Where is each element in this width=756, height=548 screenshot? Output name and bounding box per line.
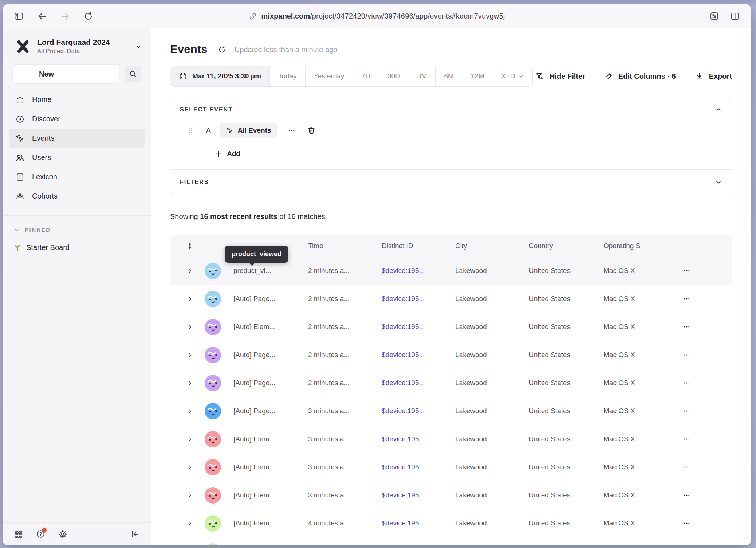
date-picker[interactable]: Mar 11, 2025 3:30 pm bbox=[170, 66, 269, 86]
add-event-button[interactable]: Add bbox=[215, 150, 240, 158]
table-row[interactable]: [Auto] Elem...2 minutes a...$device:195.… bbox=[170, 313, 732, 341]
expand-filters-button[interactable] bbox=[715, 179, 722, 186]
expand-row-button[interactable] bbox=[187, 520, 193, 527]
table-row[interactable] bbox=[170, 537, 732, 545]
range-preset-yesterday[interactable]: Yesterday bbox=[305, 66, 353, 86]
expand-row-button[interactable] bbox=[187, 324, 193, 330]
row-menu-button[interactable] bbox=[671, 407, 690, 415]
edit-columns-button[interactable]: Edit Columns · 6 bbox=[604, 72, 676, 81]
row-menu-button[interactable] bbox=[671, 267, 690, 274]
expand-row-button[interactable] bbox=[187, 492, 193, 498]
table-row[interactable]: [Auto] Elem...3 minutes a...$device:195.… bbox=[170, 481, 732, 509]
row-menu-button[interactable] bbox=[671, 295, 690, 302]
apps-grid-button[interactable] bbox=[14, 529, 23, 539]
new-button[interactable]: New bbox=[12, 64, 119, 83]
distinct-id-link[interactable]: $device:195... bbox=[376, 435, 450, 443]
row-menu-button[interactable] bbox=[671, 520, 690, 527]
search-button[interactable] bbox=[125, 66, 141, 82]
sidebar-item-home[interactable]: Home bbox=[9, 90, 145, 109]
row-menu-button[interactable] bbox=[671, 463, 690, 471]
page-settings-button[interactable] bbox=[709, 11, 719, 21]
reload-button[interactable] bbox=[83, 11, 93, 21]
expand-row-button[interactable] bbox=[187, 464, 193, 470]
pinned-section-header[interactable]: PINNED bbox=[3, 216, 151, 233]
split-view-button[interactable] bbox=[730, 11, 740, 21]
table-row[interactable]: [Auto] Elem...3 minutes a...$device:195.… bbox=[170, 453, 732, 481]
distinct-id-link[interactable]: $device:195... bbox=[376, 491, 450, 499]
distinct-id-link[interactable]: $device:195... bbox=[376, 295, 450, 303]
expand-row-button[interactable] bbox=[187, 408, 193, 414]
distinct-id-link[interactable]: $device:195... bbox=[376, 519, 450, 527]
more-icon bbox=[683, 295, 690, 302]
range-preset-xtd[interactable]: XTD bbox=[493, 66, 532, 86]
distinct-id-link[interactable]: $device:195... bbox=[376, 407, 450, 415]
table-row[interactable]: [Auto] Page...2 minutes a...$device:195.… bbox=[170, 285, 732, 313]
os-cell: Mac OS X bbox=[598, 351, 671, 359]
event-name-cell: [Auto] Page... bbox=[225, 407, 303, 415]
range-preset-7d[interactable]: 7D bbox=[353, 66, 379, 86]
collapse-all-rows-button[interactable] bbox=[186, 242, 194, 250]
column-header-country[interactable]: Country bbox=[523, 242, 598, 250]
time-cell: 2 minutes a... bbox=[303, 379, 376, 387]
sidebar-item-starter-board[interactable]: Starter Board bbox=[3, 233, 151, 252]
sidebar-toggle-icon bbox=[14, 11, 24, 21]
forward-button[interactable] bbox=[60, 11, 70, 21]
range-preset-6m[interactable]: 6M bbox=[435, 66, 462, 86]
more-icon bbox=[288, 127, 295, 134]
distinct-id-link[interactable]: $device:195... bbox=[376, 323, 450, 331]
sidebar-bottom-bar: ? bbox=[3, 522, 151, 545]
table-row[interactable]: [Auto] Elem...3 minutes a...$device:195.… bbox=[170, 425, 732, 453]
collapse-section-button[interactable] bbox=[715, 106, 722, 113]
refresh-button[interactable] bbox=[218, 45, 227, 54]
sidebar-item-users[interactable]: Users bbox=[9, 148, 145, 167]
export-button[interactable]: Export bbox=[695, 72, 732, 81]
expand-row-button[interactable] bbox=[187, 436, 193, 442]
expand-row-button[interactable] bbox=[187, 380, 193, 386]
table-row[interactable]: [Auto] Page...2 minutes a...$device:195.… bbox=[170, 369, 732, 397]
sidebar-item-discover[interactable]: Discover bbox=[9, 109, 145, 129]
row-menu-button[interactable] bbox=[671, 379, 690, 387]
expand-row-button[interactable] bbox=[187, 352, 193, 358]
help-button[interactable]: ? bbox=[36, 529, 46, 539]
range-preset-30d[interactable]: 30D bbox=[379, 66, 409, 86]
column-header-time[interactable]: Time bbox=[303, 242, 376, 250]
clause-more-button[interactable] bbox=[288, 127, 295, 134]
expand-row-button[interactable] bbox=[187, 268, 193, 274]
column-header-city[interactable]: City bbox=[450, 242, 523, 250]
hide-filter-button[interactable]: Hide Filter bbox=[535, 72, 585, 81]
column-header-distinct-id[interactable]: Distinct ID bbox=[376, 242, 450, 250]
range-preset-today[interactable]: Today bbox=[269, 66, 305, 86]
column-header-os[interactable]: Operating S bbox=[598, 242, 671, 250]
row-menu-button[interactable] bbox=[671, 351, 690, 359]
range-preset-12m[interactable]: 12M bbox=[462, 66, 493, 86]
table-row[interactable]: [Auto] Page...3 minutes a...$device:195.… bbox=[170, 397, 732, 425]
address-bar[interactable]: mixpanel.com/project/3472420/view/397469… bbox=[249, 4, 505, 28]
time-cell: 3 minutes a... bbox=[303, 407, 376, 415]
main-content: Events Updated less than a minute ago bbox=[151, 28, 751, 545]
range-preset-3m[interactable]: 3M bbox=[409, 66, 435, 86]
sidebar-item-events[interactable]: Events bbox=[9, 129, 145, 148]
browser-sidebar-toggle-button[interactable] bbox=[14, 11, 24, 21]
filters-label: FILTERS bbox=[180, 179, 209, 185]
distinct-id-link[interactable]: $device:195... bbox=[376, 463, 450, 471]
expand-row-button[interactable] bbox=[187, 296, 193, 302]
settings-button[interactable] bbox=[58, 529, 67, 539]
row-menu-button[interactable] bbox=[671, 435, 690, 443]
project-switcher[interactable]: Lord Farquaad 2024 All Project Data bbox=[3, 34, 151, 59]
back-button[interactable] bbox=[37, 11, 47, 21]
table-row[interactable]: [Auto] Elem...4 minutes a...$device:195.… bbox=[170, 509, 732, 537]
more-icon bbox=[683, 520, 690, 527]
row-menu-button[interactable] bbox=[671, 492, 690, 499]
mixpanel-logo bbox=[15, 39, 31, 54]
collapse-sidebar-button[interactable] bbox=[130, 529, 140, 539]
sidebar-item-cohorts[interactable]: Cohorts bbox=[9, 187, 145, 206]
delete-clause-button[interactable] bbox=[307, 126, 316, 135]
row-menu-button[interactable] bbox=[671, 323, 690, 330]
sidebar-item-lexicon[interactable]: Lexicon bbox=[9, 167, 145, 187]
drag-handle-icon[interactable] bbox=[188, 126, 193, 134]
distinct-id-link[interactable]: $device:195... bbox=[376, 267, 450, 275]
table-row[interactable]: [Auto] Page...2 minutes a...$device:195.… bbox=[170, 341, 732, 369]
distinct-id-link[interactable]: $device:195... bbox=[376, 379, 450, 387]
distinct-id-link[interactable]: $device:195... bbox=[376, 351, 450, 359]
event-selector-chip[interactable]: All Events bbox=[220, 123, 277, 138]
